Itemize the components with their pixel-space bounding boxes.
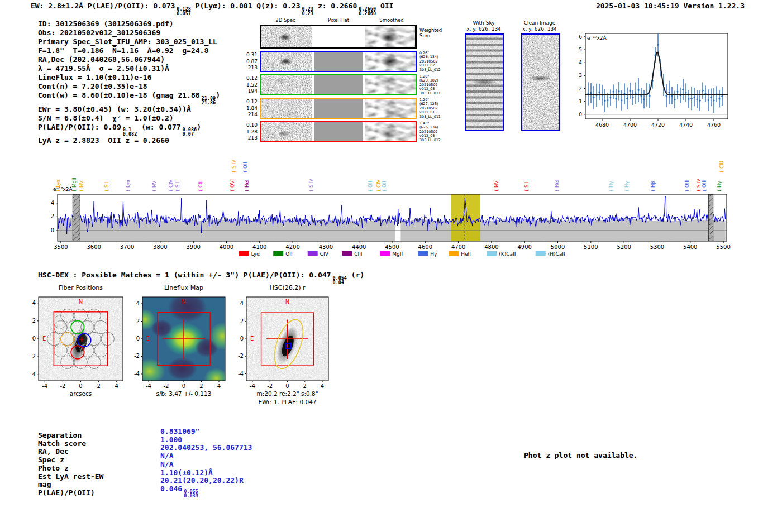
text-segment: LyA z = 2.8823 OII z = 0.2660 — [38, 136, 169, 145]
data-point — [710, 97, 712, 98]
east-marker: E — [146, 336, 150, 342]
y-tick-label: 3 — [579, 73, 582, 78]
info-line: F=1.8" T=0.186 N̄=1.16 Ā=0.92 g=24.8 — [38, 46, 220, 55]
y-tick-label: 4 — [32, 300, 36, 306]
x-tick-label: 4300 — [319, 244, 333, 250]
row-left-labels: 0.121.52194 — [231, 75, 258, 95]
info-line: EWr = 3.80(±0.45) (w: 3.20(±0.34))Å — [38, 105, 220, 114]
north-marker: N — [285, 299, 289, 305]
legend-label: CIII — [354, 251, 362, 257]
table-row-value: 202.040253, 56.067713 — [160, 444, 252, 452]
text-segment: P(Lyα): 0.001 — [191, 2, 256, 10]
uncertainty-stack: 0.26600.2660 — [359, 7, 376, 16]
data-point — [704, 93, 706, 94]
line-label-Hγ: { Hγ — [608, 181, 614, 192]
x-tick-label: 5300 — [650, 244, 664, 250]
text-segment: P(LAE)/P(OII): 0.073 — [88, 2, 175, 10]
data-point — [598, 91, 600, 93]
north-marker: N — [79, 299, 83, 305]
cell-pixelflat — [314, 99, 363, 118]
data-point — [618, 90, 619, 92]
x-tick-label: 4900 — [518, 244, 532, 250]
x-tick-label: 5400 — [683, 244, 697, 250]
y-tick-label: -2 — [238, 353, 244, 359]
lineflux-map-chart: -4-4-2-2002244Lineflux MapNEs/b: 3.47 +/… — [128, 282, 232, 405]
data-point — [604, 100, 605, 102]
signal-blob — [365, 99, 416, 118]
x-tick-label: 4700 — [451, 244, 465, 250]
data-point — [693, 96, 695, 98]
uncertainty-stack: 21.8921.86 — [202, 96, 216, 105]
line-label-NV: { NV — [79, 181, 84, 192]
table-row-value: N/A — [160, 452, 252, 461]
legend-swatch — [449, 251, 459, 256]
line-label-NV: { NV — [151, 181, 157, 192]
data-point — [696, 98, 698, 100]
y-tick-label: 0 — [579, 112, 582, 117]
x-tick-label: 5200 — [617, 244, 631, 250]
data-point — [668, 92, 670, 93]
y-tick-label: 2 — [32, 318, 36, 324]
y-tick-label: 2 — [51, 213, 54, 219]
text-segment: ) — [197, 123, 201, 131]
text-segment: ) — [216, 91, 220, 99]
legend-swatch — [273, 251, 283, 256]
line-label-Hβ: { Hβ — [650, 181, 656, 192]
y-tick-label: 0 — [240, 336, 244, 342]
text-segment: λ = 4719.55Å σ = 2.50(±0.31)Å — [38, 64, 169, 73]
info-line: λ = 4719.55Å σ = 2.50(±0.31)Å — [38, 64, 220, 73]
legend-label: Hγ — [430, 251, 437, 257]
grid-row — [260, 51, 417, 72]
x-tick-label: 3500 — [54, 244, 68, 250]
data-point — [682, 89, 684, 90]
grid-row — [260, 98, 417, 119]
cell-2dspec — [261, 122, 312, 141]
data-point — [632, 97, 633, 98]
signal-blob — [261, 52, 312, 71]
summary-header: EW: 2.8±1.2Å P(LAE)/P(OII): 0.0730.1280.… — [31, 2, 393, 16]
col-header-pixelflat: Pixel Flat — [328, 17, 349, 23]
cell-2dspec — [261, 75, 312, 94]
legend-swatch — [342, 251, 352, 256]
row-left-labels: 0.101.28213 — [231, 122, 258, 142]
row-left-labels: 0.121.84214 — [231, 99, 258, 118]
row-left-labels: 0.310.87213 — [231, 52, 258, 71]
y-tick-label: -4 — [238, 371, 244, 377]
col-header-smoothed: Smoothed — [379, 17, 403, 23]
cell-2dspec — [261, 26, 312, 47]
x-tick-label: 3700 — [120, 244, 134, 250]
line-label-NV: { NV — [494, 181, 499, 192]
text-segment: z: 0.2660 — [313, 2, 357, 10]
fiber-positions-chart: -4-4-2-2002244Fiber PositionsNEarcsecs — [31, 282, 128, 405]
y-tick-label: 6 — [579, 34, 582, 40]
east-marker: E — [250, 336, 254, 342]
table-row-value: 20.21(20.20,20.22)R — [160, 477, 252, 485]
legend-label: Lyα — [251, 251, 260, 257]
text-segment: EW: 2.8±1.2Å — [31, 2, 88, 10]
full-spectrum-chart: 3500360037003800390040004100420043004400… — [47, 152, 762, 263]
y-tick-label: 4 — [51, 200, 54, 206]
info-line: S/N = 6.8(±0.4) χ² = 1.0(±0.2) — [38, 114, 220, 123]
data-point — [676, 91, 678, 93]
legend-label: HeII — [461, 251, 471, 257]
cell-smoothed — [365, 75, 416, 94]
signal-blob — [261, 75, 312, 94]
x-axis-label: m:20.2 re:2.2" s:0.8" — [257, 390, 318, 397]
plot-body — [58, 194, 727, 243]
row-right-labels: 1.43"(626, 134)20210502v012_03303_LL_012 — [419, 122, 466, 142]
data-point — [615, 98, 617, 99]
x-axis-label: s/b: 3.47 +/- 0.113 — [156, 390, 212, 397]
text-segment: 1.10(±0.12)Å — [160, 468, 213, 477]
match-table-values: 0.831069"1.000202.040253, 56.067713N/AN/… — [160, 428, 252, 498]
x-tick-label: 4760 — [707, 122, 721, 128]
line-label-SiIV: { SiIV — [696, 179, 702, 192]
line-label-HeII: { HeII — [244, 178, 250, 192]
info-line: Obs: 20210502v012_3012506369 — [38, 28, 220, 37]
line-label-CII: { CII — [198, 181, 203, 192]
y-tick-label: 1 — [579, 99, 582, 104]
table-row-value: 1.000 — [160, 436, 252, 444]
uncertainty-stack: 0.10.082 — [123, 127, 137, 136]
info-line: P(LAE)/P(OII): 0.090.10.082 (w: 0.0770.0… — [38, 123, 220, 137]
text-segment: Q(z): 0.23 — [256, 2, 300, 10]
line-label-SiIV: { SiIV — [308, 179, 314, 192]
